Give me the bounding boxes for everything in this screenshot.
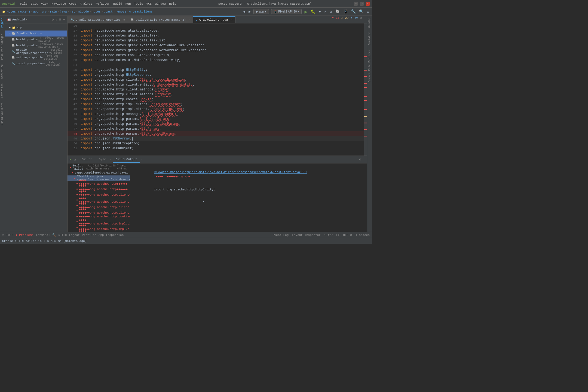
coverage-button[interactable]: ☂ bbox=[318, 9, 321, 14]
tab-label-gradle-wrapper: gradle-wrapper.properties bbox=[76, 18, 121, 22]
breadcrumb-gtask[interactable]: gtask bbox=[104, 10, 113, 13]
close-button[interactable]: ✕ bbox=[366, 2, 370, 6]
build-error-message[interactable]: ● ◆◆◆◆: ◆◆◆◆◆◆org.apache.http.message◆◆◆… bbox=[68, 230, 130, 232]
breadcrumb-notes-master3[interactable]: Notes-master3 bbox=[7, 10, 30, 13]
output-path-link[interactable]: D:\Notes-master3\app\src\main\java\net\m… bbox=[154, 170, 307, 174]
breadcrumb-net[interactable]: net bbox=[70, 10, 75, 13]
tree-item-gradle-scripts[interactable]: ▼ 🐘 Gradle Scripts bbox=[5, 31, 67, 37]
menu-window[interactable]: Window bbox=[155, 2, 166, 5]
run-button[interactable]: ▶ bbox=[304, 8, 308, 15]
favorites-tab[interactable]: Favorites bbox=[0, 81, 5, 100]
menu-view[interactable]: View bbox=[41, 2, 48, 5]
minimize-panel-icon[interactable]: — bbox=[63, 17, 65, 22]
build-item-failed[interactable]: ● Build: failed At 2021/9/16 1:48 with 4… bbox=[68, 165, 130, 170]
code-editor[interactable]: 26 27 import net.micode.notes.gtask.data… bbox=[68, 23, 364, 156]
breadcrumb-app[interactable]: app bbox=[33, 10, 38, 13]
menu-vcs[interactable]: VCS bbox=[146, 2, 152, 5]
minimize-button[interactable]: — bbox=[354, 2, 358, 6]
resource-manager-tab[interactable]: Resource Manager bbox=[0, 32, 5, 62]
back-nav-button[interactable]: ◀ bbox=[242, 9, 246, 14]
build-item-compile[interactable]: ● :app:compileDebugJavaWithJavac 40 erro… bbox=[68, 170, 130, 175]
menu-build[interactable]: Build bbox=[113, 2, 122, 5]
menu-help[interactable]: Help bbox=[169, 2, 176, 5]
menu-tools[interactable]: Tools bbox=[134, 2, 143, 5]
status-event-log[interactable]: Event Log bbox=[272, 233, 289, 237]
bottom-up-icon[interactable]: ▲ bbox=[74, 158, 76, 161]
menu-code[interactable]: Code bbox=[69, 2, 76, 5]
menu-file[interactable]: File bbox=[20, 2, 27, 5]
line-num-40: 40 bbox=[68, 92, 80, 97]
tab-gradle-wrapper[interactable]: 🔧 gradle-wrapper.properties ✕ bbox=[68, 16, 128, 23]
tab-close-gtaskclient[interactable]: ✕ bbox=[231, 18, 232, 22]
tree-label-settings-gradle: settings.gradle bbox=[16, 56, 43, 59]
maximize-button[interactable]: ☐ bbox=[360, 2, 364, 6]
line-content-50: import org.json.JSONException; bbox=[80, 141, 364, 146]
scroll-mark-2 bbox=[364, 70, 367, 71]
debug-button[interactable]: 🐛 bbox=[310, 9, 316, 14]
status-logcat[interactable]: Logcat bbox=[69, 233, 80, 237]
line-content-47: import org.apache.http.params.HttpParams… bbox=[80, 126, 364, 131]
breadcrumb-notes[interactable]: notes bbox=[92, 10, 101, 13]
tab-build-gradle[interactable]: 🐘 build.gradle (Notes-master3) ✕ bbox=[128, 16, 193, 23]
bottom-close-icon[interactable]: — bbox=[363, 157, 365, 162]
search-everywhere-button[interactable]: 🔍 bbox=[359, 9, 364, 14]
bottom-tab-build[interactable]: Build: bbox=[79, 157, 95, 163]
gradle-panel-tab[interactable]: Gradle bbox=[367, 16, 372, 30]
project-panel-tab[interactable]: Project bbox=[0, 16, 5, 32]
breadcrumb-java[interactable]: java bbox=[60, 10, 67, 13]
line-num-36: 36 bbox=[68, 72, 80, 77]
menu-run[interactable]: Run bbox=[125, 2, 131, 5]
status-layout-inspector[interactable]: Layout Inspector bbox=[292, 233, 321, 237]
status-todo[interactable]: TODO bbox=[6, 233, 13, 237]
status-app-inspection[interactable]: App Inspection bbox=[99, 233, 124, 237]
gear-panel-icon[interactable]: ⚙ bbox=[52, 17, 54, 22]
status-problems[interactable]: ● Problems bbox=[16, 233, 33, 237]
breadcrumb-remote[interactable]: remote bbox=[115, 10, 126, 13]
tree-item-gradle-wrapper[interactable]: 🔧 gradle-wrapper.properties (Gradle Vers… bbox=[5, 48, 67, 54]
sort-panel-icon[interactable]: ⇅ bbox=[56, 17, 58, 22]
structure-tab[interactable]: Structure bbox=[0, 62, 5, 81]
tree-item-build-gradle-module[interactable]: 🐘 build.gradle (Module: Notes-master3.ap… bbox=[5, 42, 67, 48]
dropdown-chevron[interactable]: ▾ bbox=[26, 18, 27, 21]
status-line-ending[interactable]: LF bbox=[336, 233, 340, 237]
sync-button[interactable]: ↺ bbox=[329, 9, 332, 14]
gradle-sync-icon[interactable]: 🐘 bbox=[335, 9, 341, 14]
collapse-panel-icon[interactable]: ⊟ bbox=[59, 17, 61, 22]
device-selector[interactable]: 📱 Pixel 2 API 30 ▾ bbox=[271, 9, 302, 14]
status-terminal[interactable]: Terminal bbox=[36, 233, 50, 237]
tab-close-gradle-wrapper[interactable]: ✕ bbox=[123, 18, 125, 22]
breadcrumb-micode[interactable]: micode bbox=[78, 10, 89, 13]
device-file-explorer-tab[interactable]: Device File Explorer bbox=[367, 47, 372, 84]
status-indent[interactable]: 4 spaces bbox=[355, 233, 370, 237]
menu-refactor[interactable]: Refactor bbox=[96, 2, 110, 5]
breadcrumb-src[interactable]: src bbox=[41, 10, 47, 13]
menu-analyze[interactable]: Analyze bbox=[80, 2, 92, 5]
code-line-40: 40 import org.apache.http.client.methods… bbox=[68, 92, 364, 97]
forward-nav-button[interactable]: ▶ bbox=[248, 9, 251, 14]
tree-item-app[interactable]: ▶ 📁 app bbox=[5, 25, 67, 31]
bottom-tab-sync[interactable]: Sync bbox=[96, 157, 109, 163]
settings-button[interactable]: ⚙ bbox=[366, 9, 370, 14]
build-variants-tab[interactable]: Build Variants bbox=[0, 100, 5, 127]
bottom-tab-build-output[interactable]: Build Output bbox=[113, 157, 140, 163]
tree-item-settings-gradle[interactable]: 🐘 settings.gradle (Project Settings) bbox=[5, 54, 67, 60]
menu-navigate[interactable]: Navigate bbox=[51, 2, 66, 5]
breadcrumb-main[interactable]: main bbox=[50, 10, 57, 13]
scroll-marker-strip[interactable] bbox=[364, 23, 367, 156]
tree-item-local-properties[interactable]: 🔧 local.properties (SDK Location) bbox=[5, 60, 67, 66]
tab-close-build-gradle[interactable]: ✕ bbox=[189, 18, 190, 22]
status-encoding[interactable]: UTF-8 bbox=[343, 233, 352, 237]
profile-button[interactable]: ⚡ bbox=[324, 9, 327, 14]
bottom-settings-icon[interactable]: ⚙ bbox=[359, 157, 361, 162]
menu-edit[interactable]: Edit bbox=[31, 2, 38, 5]
code-line-33: 33 import net.micode.notes.ui.NotesPrefe… bbox=[68, 58, 364, 63]
app-selector[interactable]: ▶ app ▾ bbox=[253, 9, 269, 14]
sdk-button[interactable]: 🔧 bbox=[351, 9, 356, 14]
avd-button[interactable]: 📱 bbox=[343, 9, 348, 14]
tree-item-build-gradle-project[interactable]: 🐘 build.gradle (Project: Notes-master3) bbox=[5, 37, 67, 42]
tab-gtaskclient[interactable]: J GTaskClient.java ✕ bbox=[193, 16, 235, 23]
emulator-panel-tab[interactable]: Emulator bbox=[367, 30, 372, 47]
status-profiler[interactable]: Profiler bbox=[82, 233, 96, 237]
status-build[interactable]: 🔨 Build bbox=[52, 233, 67, 237]
status-position[interactable]: 49:27 bbox=[324, 233, 333, 237]
